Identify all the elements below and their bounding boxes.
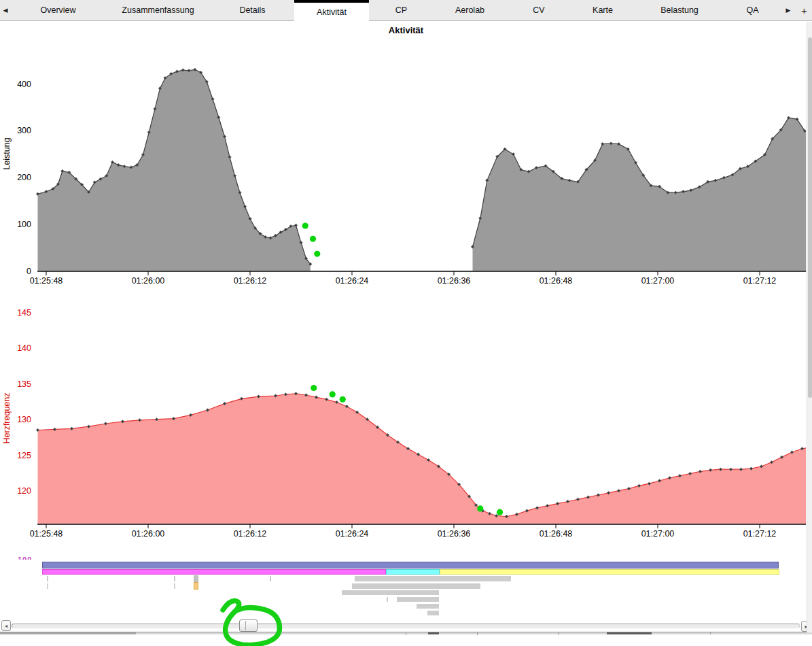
timeline-tick: [47, 576, 48, 581]
clipped-row-fragment: [710, 632, 711, 634]
tab-scroll-right-icon[interactable]: ▶: [780, 0, 796, 20]
hscroll-left-button[interactable]: ◂: [1, 620, 11, 631]
timeline-tick: [387, 597, 388, 602]
svg-text:Leistung: Leistung: [2, 137, 12, 169]
svg-text:200: 200: [17, 173, 31, 182]
clipped-row-fragment: [559, 632, 559, 635]
svg-text:01:26:48: 01:26:48: [540, 276, 573, 286]
timeline-tick: [174, 583, 175, 589]
timeline-interval-bar: [342, 590, 439, 595]
svg-text:145: 145: [17, 308, 31, 318]
svg-text:01:26:00: 01:26:00: [132, 276, 165, 286]
tab-belastung[interactable]: Belastung: [634, 0, 725, 20]
svg-text:01:27:12: 01:27:12: [743, 276, 777, 286]
page-title: Aktivität: [0, 25, 812, 35]
clipped-row-fragment: [477, 632, 478, 635]
svg-text:01:26:24: 01:26:24: [336, 276, 369, 286]
tab-bar: ◀ OverviewZusammenfassungDetailsAktivitä…: [0, 0, 812, 21]
svg-text:0: 0: [27, 267, 31, 276]
svg-text:01:26:36: 01:26:36: [438, 529, 471, 539]
svg-text:01:26:12: 01:26:12: [234, 529, 267, 539]
hscroll-track[interactable]: [12, 624, 800, 628]
vertical-scrollbar-thumb[interactable]: [808, 37, 812, 398]
power-chart[interactable]: 0100200300400Leistung01:25:4801:26:0001:…: [0, 39, 812, 296]
tab-cv[interactable]: CV: [506, 0, 571, 20]
svg-text:300: 300: [17, 126, 31, 135]
svg-text:135: 135: [17, 379, 31, 389]
tab-qa[interactable]: QA: [725, 0, 780, 20]
svg-text:01:26:48: 01:26:48: [540, 529, 573, 539]
clipped-row-fragment: [406, 632, 406, 635]
hscroll-thumb[interactable]: [239, 619, 258, 632]
tab-karte[interactable]: Karte: [571, 0, 634, 20]
tab-zusammenfassung[interactable]: Zusammenfassung: [105, 0, 211, 20]
svg-text:01:26:24: 01:26:24: [336, 529, 369, 539]
vertical-scrollbar[interactable]: [807, 22, 812, 632]
tab-scroll-left-icon[interactable]: ◀: [0, 0, 11, 20]
timeline-span-bar-purple: [42, 562, 779, 568]
clipped-row-fragment: [607, 632, 652, 634]
svg-text:01:27:12: 01:27:12: [743, 529, 777, 539]
tab-cp[interactable]: CP: [369, 0, 434, 20]
svg-text:140: 140: [17, 343, 31, 353]
timeline-tick-wide: [194, 575, 198, 582]
timeline-tick: [47, 583, 48, 589]
svg-text:01:25:48: 01:25:48: [30, 529, 63, 539]
timeline-interval-bar: [397, 597, 439, 602]
svg-text:400: 400: [17, 80, 31, 89]
svg-text:01:27:00: 01:27:00: [641, 529, 675, 539]
timeline-interval-bar: [355, 576, 511, 581]
heartrate-chart[interactable]: 120125130135140145Herzfrequenz01:25:4801…: [0, 301, 812, 547]
svg-text:130: 130: [17, 415, 31, 424]
svg-text:01:26:00: 01:26:00: [132, 529, 165, 539]
clipped-row-fragment: [0, 632, 136, 634]
timeline-tick: [174, 576, 175, 581]
svg-text:Herzfrequenz: Herzfrequenz: [2, 392, 12, 443]
svg-text:100: 100: [17, 220, 31, 229]
tab-overview[interactable]: Overview: [11, 0, 105, 20]
timeline-tick: [270, 576, 271, 581]
timeline-zone-bar-magenta: [42, 569, 386, 575]
clipped-row-fragment: [428, 632, 439, 634]
add-tab-button[interactable]: +: [796, 0, 812, 20]
svg-text:01:25:48: 01:25:48: [30, 276, 63, 286]
tab-details[interactable]: Details: [211, 0, 294, 20]
tab-aerolab[interactable]: Aerolab: [434, 0, 506, 20]
svg-text:01:26:12: 01:26:12: [234, 276, 267, 286]
timeline-interval-bar: [352, 583, 480, 589]
svg-text:01:27:00: 01:27:00: [641, 276, 675, 286]
timeline-interval-bar: [427, 611, 439, 615]
timeline-interval-marker-orange: [194, 582, 198, 590]
tab-aktivit-t[interactable]: Aktivität: [294, 0, 369, 21]
timeline-zone-bar-cyan: [386, 569, 440, 575]
timeline-interval-bar: [417, 604, 439, 609]
clipped-axis-label-fragment: 100: [18, 556, 35, 560]
svg-text:125: 125: [17, 451, 31, 460]
svg-text:01:26:36: 01:26:36: [438, 276, 471, 286]
svg-text:120: 120: [17, 486, 31, 496]
timeline-zone-bar-yellow: [440, 569, 779, 575]
